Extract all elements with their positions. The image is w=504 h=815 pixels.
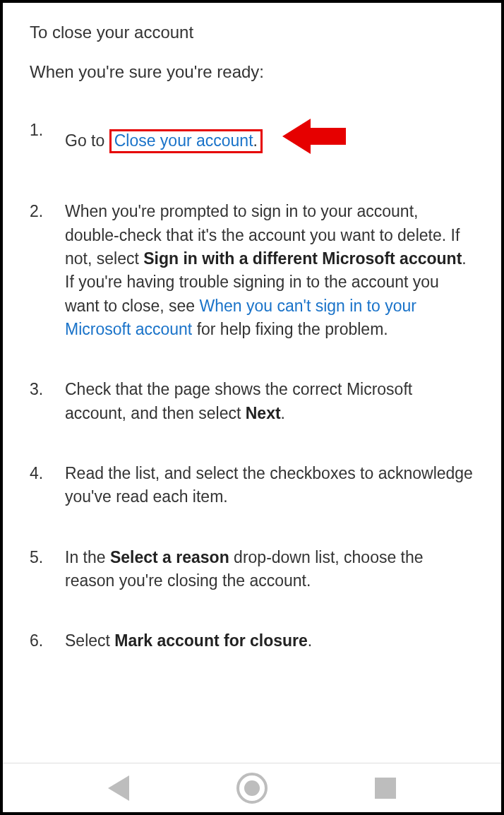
step-6-bold: Mark account for closure [114,631,308,650]
red-arrow-icon [282,117,346,162]
step-5-prefix: In the [65,548,110,566]
recent-apps-button[interactable] [364,767,407,809]
step-2-bold-1: Sign in with a different Microsoft accou… [143,249,462,268]
step-1-suffix: . [253,131,258,150]
page-heading: To close your account [30,23,474,42]
back-button[interactable] [97,767,140,809]
step-5-bold: Select a reason [110,548,229,566]
document-content: To close your account When you're sure y… [3,3,501,763]
step-6-prefix: Select [65,631,114,650]
step-2: When you're prompted to sign in to your … [30,200,474,341]
step-4-text: Read the list, and select the checkboxes… [65,464,473,506]
svg-marker-0 [282,119,346,154]
android-nav-bar [3,763,501,812]
step-3: Check that the page shows the correct Mi… [30,378,474,425]
step-2-suffix: for help fixing the problem. [192,320,388,338]
step-3-bold: Next [246,404,281,422]
step-6-suffix: . [308,631,312,650]
step-1-prefix: Go to [65,131,109,150]
recent-icon [375,778,396,799]
step-6: Select Mark account for closure. [30,629,474,653]
close-account-link[interactable]: Close your account [114,131,253,150]
intro-text: When you're sure you're ready: [30,62,474,82]
step-3-suffix: . [281,404,285,422]
steps-list: Go to Close your account. When you're pr… [30,119,474,653]
home-icon [236,773,268,804]
step-4: Read the list, and select the checkboxes… [30,462,474,509]
step-3-prefix: Check that the page shows the correct Mi… [65,380,412,422]
highlight-box: Close your account. [109,129,263,153]
step-1: Go to Close your account. [30,119,474,163]
home-button[interactable] [231,767,273,809]
step-5: In the Select a reason drop-down list, c… [30,546,474,593]
back-icon [108,775,129,801]
